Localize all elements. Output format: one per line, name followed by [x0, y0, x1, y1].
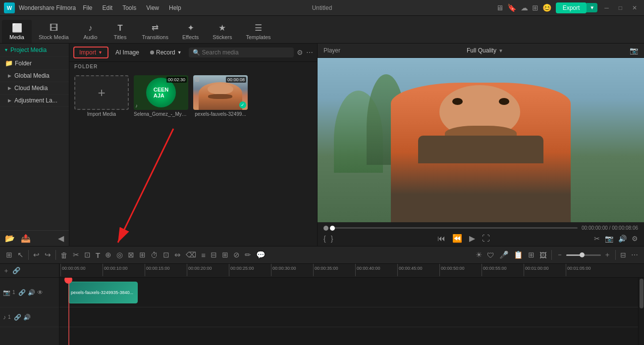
- settings-player-icon[interactable]: ⚙: [632, 235, 638, 243]
- timeline-ruler[interactable]: 00:00:05:00 00:00:10:00 00:00:15:00 00:0…: [59, 264, 644, 277]
- fullscreen-icon[interactable]: ⛶: [482, 234, 490, 243]
- export-button[interactable]: Export: [556, 2, 587, 13]
- search-input[interactable]: [202, 49, 290, 56]
- rename-icon[interactable]: ✏: [243, 249, 253, 261]
- image-tb-icon[interactable]: 🖼: [537, 249, 549, 261]
- eye-track-icon[interactable]: 👁: [37, 289, 43, 296]
- ripple-icon[interactable]: ⊕: [103, 249, 113, 261]
- record-button[interactable]: Record ▼: [146, 48, 186, 57]
- play-icon[interactable]: ▶: [469, 234, 475, 243]
- transform-icon[interactable]: ⊠: [126, 249, 136, 261]
- text-speech-icon[interactable]: 💬: [254, 249, 268, 261]
- zoom-out-icon[interactable]: －: [554, 249, 565, 260]
- tab-stock[interactable]: 🎞 Stock Media: [32, 20, 76, 43]
- import-button[interactable]: Import ▼: [73, 47, 108, 58]
- progress-track[interactable]: [332, 227, 578, 229]
- add-track-icon[interactable]: ＋: [3, 266, 9, 275]
- audio-mixer-icon[interactable]: ⊞: [137, 249, 148, 261]
- media-item-video2[interactable]: 00:00:08 🖼 ✓ pexels-fauvels-32499...: [193, 75, 248, 117]
- delete-icon[interactable]: 🗑: [58, 249, 70, 261]
- titles-tab-label: Titles: [114, 34, 127, 40]
- collapse-icon[interactable]: ◀: [58, 234, 64, 243]
- export-chevron-icon[interactable]: ▼: [587, 3, 597, 12]
- multicam-icon[interactable]: ⊞: [220, 249, 230, 261]
- timeline-scrollbar[interactable]: [638, 278, 644, 345]
- video-clip[interactable]: pexels-fauxels-3249935-3840...: [68, 282, 138, 303]
- monitor-icon[interactable]: 🖥: [496, 3, 503, 12]
- split-icon[interactable]: ⊟: [209, 249, 219, 261]
- trim-icon[interactable]: ⊡: [82, 249, 93, 261]
- frame-back-icon[interactable]: ⏪: [452, 234, 462, 243]
- media-item-video1[interactable]: CEENAJA 00:02:30 ♪ Selena_Gomez_-_My_...: [134, 75, 188, 117]
- redo-icon[interactable]: ↪: [43, 249, 53, 261]
- tab-effects[interactable]: ✦ Effects: [175, 20, 206, 43]
- link-track-icon[interactable]: 🔗: [18, 289, 26, 296]
- quality-selector[interactable]: Full Quality ▼: [467, 47, 503, 54]
- clip-to-mark-icon[interactable]: ✂: [594, 235, 600, 243]
- volume-track-icon[interactable]: 🔊: [28, 289, 35, 296]
- cursor-tool-icon[interactable]: ↖: [15, 249, 26, 261]
- more-icon[interactable]: ⋯: [306, 49, 313, 56]
- sidebar-project-media[interactable]: ▼ Project Media: [0, 44, 69, 57]
- undo-icon[interactable]: ↩: [31, 249, 42, 261]
- menu-view[interactable]: View: [143, 3, 162, 12]
- crop-icon[interactable]: ⊡: [161, 249, 171, 261]
- sidebar-item-cloud-media[interactable]: ▶ Cloud Media: [0, 82, 69, 95]
- menu-edit[interactable]: Edit: [100, 3, 116, 12]
- mark-in-icon[interactable]: {: [323, 235, 326, 243]
- maximize-button[interactable]: □: [616, 3, 625, 12]
- camera-snapshot-icon[interactable]: 📷: [605, 235, 613, 243]
- screenshot-icon[interactable]: 📷: [630, 47, 638, 54]
- brightness-icon[interactable]: ☀: [474, 249, 484, 261]
- zoom-in-icon[interactable]: ＋: [602, 249, 613, 260]
- mark-out-icon[interactable]: }: [331, 235, 333, 243]
- tab-titles[interactable]: T Titles: [106, 20, 135, 43]
- sidebar-item-adjustment[interactable]: ▶ Adjustment La...: [0, 95, 69, 107]
- camera-track-icon[interactable]: 📷: [3, 289, 10, 296]
- grid-view-icon[interactable]: ⊟: [618, 250, 628, 260]
- cut-icon[interactable]: ✂: [71, 249, 81, 261]
- tab-templates[interactable]: ☰ Templates: [239, 20, 277, 43]
- menu-file[interactable]: File: [80, 3, 95, 12]
- erase-icon[interactable]: ⌫: [184, 249, 198, 261]
- menu-help[interactable]: Help: [166, 3, 184, 12]
- avatar-icon[interactable]: 😊: [542, 3, 552, 12]
- bookmark-icon[interactable]: 🔖: [507, 3, 517, 12]
- tab-stickers[interactable]: ★ Stickers: [206, 20, 239, 43]
- sidebar-folder-btn[interactable]: 📁 Folder: [0, 57, 69, 70]
- tab-audio[interactable]: ♪ Audio: [76, 20, 106, 43]
- link-audio-icon[interactable]: 🔗: [14, 314, 21, 321]
- close-button[interactable]: ✕: [629, 3, 640, 12]
- folder-new-icon[interactable]: 📂: [5, 234, 15, 243]
- link-icon[interactable]: 🔗: [12, 267, 20, 274]
- mic-icon[interactable]: 🎤: [497, 249, 511, 261]
- text-icon[interactable]: T: [94, 249, 102, 261]
- volume-audio-icon[interactable]: 🔊: [23, 314, 31, 321]
- menu-tools[interactable]: Tools: [119, 3, 139, 12]
- timeline-view-icon[interactable]: 📋: [512, 249, 525, 261]
- step-back-icon[interactable]: ⏮: [437, 234, 445, 243]
- scene-tool-icon[interactable]: ⊞: [4, 249, 14, 261]
- tab-transitions[interactable]: ⇄ Transitions: [135, 20, 175, 43]
- import-media-item[interactable]: + Import Media: [74, 75, 129, 117]
- ripple-delete-icon[interactable]: ⊘: [231, 249, 242, 261]
- cloud-icon[interactable]: ☁: [521, 3, 528, 12]
- minimize-button[interactable]: ─: [601, 3, 612, 12]
- flip-icon[interactable]: ⇔: [172, 249, 183, 261]
- folder-export-icon[interactable]: 📤: [21, 234, 31, 243]
- ai-image-button[interactable]: AI Image: [111, 48, 143, 57]
- zoom-track[interactable]: [566, 254, 601, 256]
- equalizer-icon[interactable]: ≡: [199, 249, 208, 261]
- mosaic-icon[interactable]: ⊞: [526, 249, 537, 261]
- more-tb-icon[interactable]: ⋯: [629, 250, 640, 260]
- apps-icon[interactable]: ⊞: [532, 3, 538, 12]
- music-track-icon[interactable]: ♪: [3, 314, 6, 321]
- sidebar-item-global-media[interactable]: ▶ Global Media: [0, 70, 69, 82]
- filter-icon[interactable]: ⚙: [297, 49, 303, 56]
- tab-media[interactable]: ⬜ Media: [2, 20, 32, 43]
- volume-player-icon[interactable]: 🔊: [618, 235, 627, 243]
- speed-icon[interactable]: ⏱: [149, 249, 160, 261]
- shield-icon[interactable]: 🛡: [485, 249, 496, 261]
- bezier-icon[interactable]: ◎: [114, 249, 125, 261]
- search-icon: 🔍: [193, 49, 200, 56]
